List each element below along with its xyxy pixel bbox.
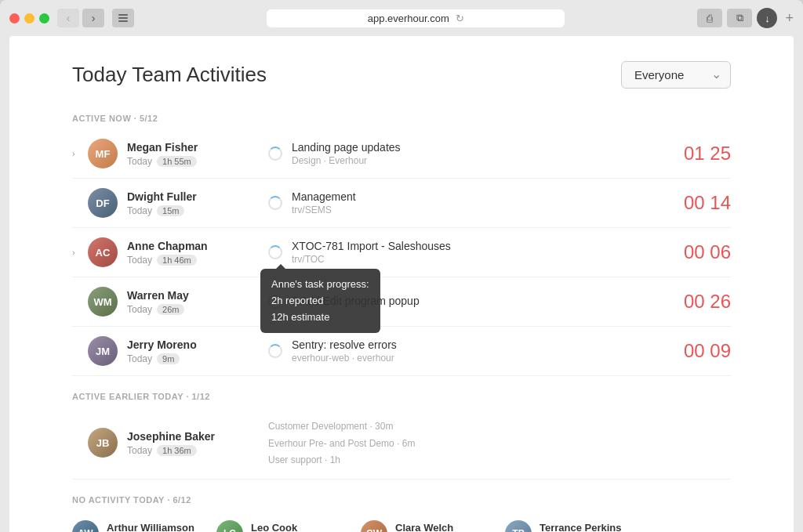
task-area-josephine: Customer Development · 30m Everhour Pre-… [268,417,731,469]
page-header: Today Team Activities Everyone My Team [72,61,731,89]
task-name-jerry: Sentry: resolve errors [292,338,668,351]
task-info-anne: XTOC-781 Import - Saleshouses trv/TOC [292,240,668,265]
user-meta-josephine: Today 1h 36m [127,445,253,456]
user-name-anne: Anne Chapman [127,240,253,252]
time-badge-warren: 26m [157,304,184,315]
page-title: Today Team Activities [72,63,267,87]
user-date-anne: Today [127,255,152,266]
user-date-jerry: Today [127,353,152,364]
time-display-jerry: 00 09 [668,340,731,362]
url-text: app.everhour.com [368,13,449,24]
user-row-warren: › WM Warren May Today 26m 2 Add/Edit pro… [72,277,731,327]
avatar-clara: CW [361,520,387,532]
no-activity-info-clara: Clara Welch Media Producer [395,522,462,532]
no-activity-name-clara: Clara Welch [395,522,462,532]
user-info-dwight: Dwight Fuller Today 15m [127,190,253,216]
task-area-dwight: Management trv/SEMS [268,190,668,215]
tooltip-line1: Anne's task progress: [271,277,369,293]
time-badge-jerry: 9m [157,353,180,364]
task-name-dwight: Management [292,190,668,203]
active-now-header: ACTIVE NOW · 5/12 [72,114,731,126]
time-display-dwight: 00 14 [668,192,731,214]
user-name-warren: Warren May [127,289,253,302]
anne-tooltip: Anne's task progress: 2h reported 12h es… [260,269,380,333]
status-icon-anne [268,245,282,259]
no-activity-person-clara: CW Clara Welch Media Producer [361,520,486,532]
user-row-anne: › AC Anne Chapman Today 1h 46m XTOC-781 … [72,228,731,277]
no-activity-info-terrance: Terrance Perkins Internet Marketer [540,522,622,532]
tooltip-line2: 2h reported [271,293,369,309]
avatar-leo: LC [216,520,243,532]
task-project-megan: Design · Everhour [292,155,668,166]
task-josephine-1: Customer Development · 30m [268,418,731,436]
task-name-anne: XTOC-781 Import - Saleshouses [292,240,668,252]
time-badge-dwight: 15m [157,205,184,216]
sidebar-toggle-button[interactable] [112,9,134,27]
no-activity-person-terrance: TP Terrance Perkins Internet Marketer [505,520,630,532]
expand-arrow-megan[interactable]: › [72,149,85,158]
task-info-dwight: Management trv/SEMS [292,190,668,215]
no-activity-name-arthur: Arthur Williamson [107,522,194,532]
user-date-josephine: Today [127,445,152,456]
no-activity-row: AW Arthur Williamson CTO LC Leo Cook HR … [72,511,731,532]
user-date-megan: Today [127,156,152,167]
maximize-button[interactable] [39,13,49,24]
task-area-anne: XTOC-781 Import - Saleshouses trv/TOC [268,240,668,265]
time-badge-anne: 1h 46m [157,255,197,266]
status-icon-dwight [268,196,282,210]
address-bar[interactable]: app.everhour.com ↻ [267,9,565,27]
minimize-button[interactable] [24,13,35,24]
filter-select[interactable]: Everyone My Team [621,61,731,89]
user-name-dwight: Dwight Fuller [127,190,253,203]
task-project-jerry: everhour-web · everhour [292,353,668,364]
user-date-warren: Today [127,304,152,315]
task-project-anne: trv/TOC [292,254,668,265]
active-earlier-section: ACTIVE EARLIER TODAY · 1/12 [72,392,731,404]
user-meta-jerry: Today 9m [127,353,253,364]
avatar-josephine: JB [88,428,118,458]
task-info-jerry: Sentry: resolve errors everhour-web · ev… [292,338,668,364]
user-info-warren: Warren May Today 26m [127,289,253,315]
time-display-megan: 01 25 [668,143,731,165]
user-name-jerry: Jerry Moreno [127,338,253,351]
avatar-terrance: TP [505,520,532,532]
share-button[interactable]: ⎙ [697,9,722,27]
user-row-megan: › MF Megan Fisher Today 1h 55m Landing p… [72,129,731,179]
forward-button[interactable]: › [82,9,104,27]
no-activity-person-arthur: AW Arthur Williamson CTO [72,520,198,532]
download-button[interactable]: ↓ [757,8,777,28]
task-name-megan: Landing page updates [292,141,668,154]
expand-arrow-anne[interactable]: › [72,248,85,257]
task-info-josephine: Customer Development · 30m Everhour Pre-… [268,418,731,469]
user-info-anne: Anne Chapman Today 1h 46m [127,240,253,266]
user-info-jerry: Jerry Moreno Today 9m [127,338,253,364]
close-button[interactable] [9,13,20,24]
task-info-megan: Landing page updates Design · Everhour [292,141,668,166]
browser-content: Today Team Activities Everyone My Team A… [9,36,794,532]
time-badge-megan: 1h 55m [157,156,197,167]
task-area-jerry: Sentry: resolve errors everhour-web · ev… [268,338,668,364]
svg-rect-0 [118,14,128,16]
active-earlier-header: ACTIVE EARLIER TODAY · 1/12 [72,392,731,404]
back-button[interactable]: ‹ [57,9,79,27]
avatar-arthur: AW [72,520,99,532]
new-tab-button[interactable]: + [785,10,794,27]
no-activity-name-leo: Leo Cook [251,522,304,532]
task-list-josephine: Customer Development · 30m Everhour Pre-… [268,418,731,469]
time-display-warren: 00 26 [668,291,731,313]
user-row-jerry: › JM Jerry Moreno Today 9m Sentry: resol… [72,327,731,376]
avatar-dwight: DF [88,188,118,218]
avatar-warren: WM [88,287,118,317]
user-row-dwight: › DF Dwight Fuller Today 15m Management … [72,179,731,228]
user-info-josephine: Josephine Baker Today 1h 36m [127,430,253,456]
time-display-anne: 00 06 [668,241,731,263]
duplicate-button[interactable]: ⧉ [727,9,752,27]
no-activity-name-terrance: Terrance Perkins [540,522,622,532]
reload-icon[interactable]: ↻ [456,13,464,24]
user-row-josephine: › JB Josephine Baker Today 1h 36m Custom… [72,407,731,480]
avatar-anne: AC [88,237,118,267]
tooltip-line3: 12h estimate [271,309,369,326]
no-activity-header: NO ACTIVITY TODAY · 6/12 [72,495,731,508]
active-now-section: ACTIVE NOW · 5/12 [72,114,731,126]
user-date-dwight: Today [127,205,152,216]
